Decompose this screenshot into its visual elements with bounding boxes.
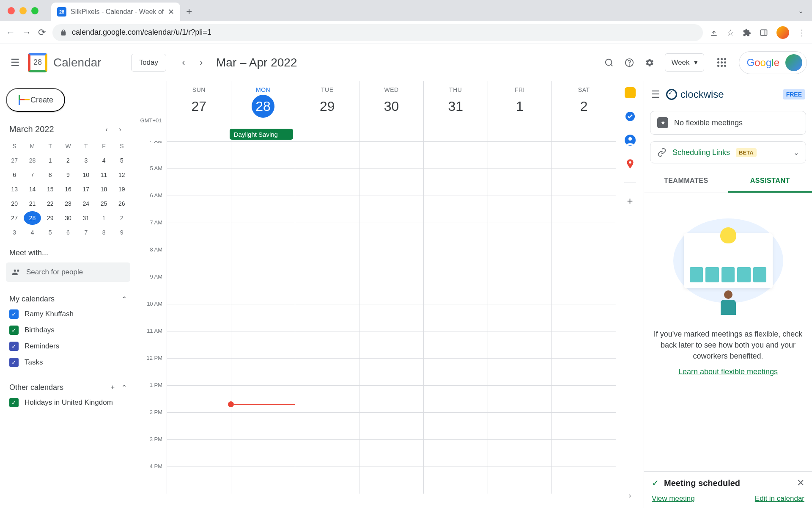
time-cell[interactable] [231, 250, 295, 277]
time-cell[interactable] [359, 223, 423, 250]
mini-cal-day[interactable]: 18 [95, 182, 112, 196]
time-cell[interactable] [167, 304, 231, 331]
time-cell[interactable] [488, 196, 552, 223]
mini-next-month[interactable]: › [113, 126, 127, 133]
mini-cal-day[interactable]: 17 [77, 182, 94, 196]
time-cell[interactable] [551, 467, 616, 494]
time-cell[interactable] [359, 331, 423, 358]
mini-cal-day[interactable]: 9 [113, 226, 130, 239]
collapse-panel-button[interactable]: › [629, 492, 631, 500]
day-header[interactable]: MON28 [231, 81, 295, 128]
next-week-button[interactable]: › [192, 54, 210, 72]
window-maximize-button[interactable] [31, 7, 38, 14]
time-cell[interactable] [295, 141, 359, 168]
time-cell[interactable] [295, 304, 359, 331]
time-cell[interactable] [231, 358, 295, 385]
mini-cal-day[interactable]: 8 [95, 226, 112, 239]
mini-cal-day[interactable]: 4 [24, 226, 41, 239]
mini-cal-day[interactable]: 24 [77, 197, 94, 210]
time-cell[interactable] [295, 331, 359, 358]
add-other-calendar-button[interactable]: + [111, 384, 115, 392]
mini-cal-day[interactable]: 27 [6, 211, 23, 225]
time-cell[interactable] [551, 358, 616, 385]
time-cell[interactable] [488, 277, 552, 304]
calendar-item[interactable]: ✓Holidays in United Kingdom [6, 395, 130, 411]
time-cell[interactable] [167, 141, 231, 168]
scheduling-links-card[interactable]: Scheduling Links BETA ⌄ [650, 141, 806, 163]
browser-profile-avatar[interactable] [776, 26, 789, 39]
clockwise-logo[interactable]: clockwise [666, 88, 724, 100]
mini-cal-day[interactable]: 2 [113, 211, 130, 225]
time-cell[interactable] [231, 385, 295, 412]
reload-button[interactable]: ⟳ [38, 27, 46, 38]
time-cell[interactable] [167, 358, 231, 385]
day-header[interactable]: FRI1 [488, 81, 552, 128]
time-cell[interactable] [295, 385, 359, 412]
mini-cal-day[interactable]: 20 [6, 197, 23, 210]
mini-cal-day[interactable]: 14 [24, 182, 41, 196]
google-account-chip[interactable]: Google [739, 51, 807, 74]
time-cell[interactable] [167, 168, 231, 196]
time-cell[interactable] [551, 223, 616, 250]
time-cell[interactable] [231, 304, 295, 331]
allday-cell[interactable] [359, 128, 423, 141]
calendar-item[interactable]: ✓Ramy Khuffash [6, 306, 130, 322]
time-cell[interactable] [551, 439, 616, 467]
mini-cal-day[interactable]: 25 [95, 197, 112, 210]
keep-icon[interactable] [625, 87, 636, 98]
time-cell[interactable] [423, 304, 488, 331]
flexible-meetings-card[interactable]: ✦ No flexible meetings [650, 111, 806, 135]
contacts-icon[interactable] [625, 135, 636, 146]
toast-close-button[interactable]: ✕ [797, 478, 804, 489]
time-cell[interactable] [488, 467, 552, 494]
time-cell[interactable] [295, 223, 359, 250]
mini-prev-month[interactable]: ‹ [100, 126, 113, 133]
calendar-logo[interactable]: 28 [28, 53, 47, 72]
share-icon[interactable] [710, 28, 718, 37]
sidepanel-icon[interactable] [760, 28, 768, 37]
time-cell[interactable] [167, 412, 231, 439]
support-button[interactable] [619, 52, 639, 73]
mini-cal-day[interactable]: 9 [60, 168, 77, 182]
time-cell[interactable] [551, 141, 616, 168]
mini-cal-day[interactable]: 30 [60, 211, 77, 225]
tasks-icon[interactable] [625, 111, 636, 122]
mini-cal-day[interactable]: 10 [77, 168, 94, 182]
time-cell[interactable] [167, 277, 231, 304]
time-cell[interactable] [423, 412, 488, 439]
time-cell[interactable] [488, 412, 552, 439]
mini-cal-day[interactable]: 2 [60, 154, 77, 167]
time-cell[interactable] [231, 439, 295, 467]
time-cell[interactable] [423, 331, 488, 358]
allday-cell[interactable] [423, 128, 488, 141]
time-cell[interactable] [295, 168, 359, 196]
settings-button[interactable] [639, 52, 660, 73]
url-field[interactable]: calendar.google.com/calendar/u/1/r?pli=1 [52, 24, 703, 41]
time-cell[interactable] [167, 250, 231, 277]
mini-cal-day[interactable]: 5 [42, 226, 59, 239]
time-cell[interactable] [167, 223, 231, 250]
time-cell[interactable] [295, 358, 359, 385]
time-cell[interactable] [551, 250, 616, 277]
search-people-input[interactable]: Search for people [6, 262, 130, 282]
main-menu-button[interactable]: ☰ [5, 52, 25, 73]
mini-cal-day[interactable]: 5 [113, 154, 130, 167]
time-cell[interactable] [295, 412, 359, 439]
time-cell[interactable] [551, 196, 616, 223]
time-cell[interactable] [359, 277, 423, 304]
time-cell[interactable] [423, 196, 488, 223]
day-header[interactable]: SUN27 [167, 81, 231, 128]
time-cell[interactable] [295, 196, 359, 223]
other-calendars-header[interactable]: Other calendars + ⌃ [6, 381, 130, 395]
search-button[interactable] [599, 52, 619, 73]
time-cell[interactable] [488, 331, 552, 358]
mini-cal-day[interactable]: 1 [95, 211, 112, 225]
time-cell[interactable] [359, 304, 423, 331]
window-close-button[interactable] [8, 7, 15, 14]
mini-cal-day[interactable]: 1 [42, 154, 59, 167]
google-apps-button[interactable] [712, 52, 732, 73]
allday-cell[interactable]: Daylight Saving [231, 128, 295, 141]
bookmark-icon[interactable]: ☆ [727, 28, 734, 38]
edit-in-calendar-link[interactable]: Edit in calendar [755, 494, 804, 503]
time-cell[interactable] [231, 467, 295, 494]
